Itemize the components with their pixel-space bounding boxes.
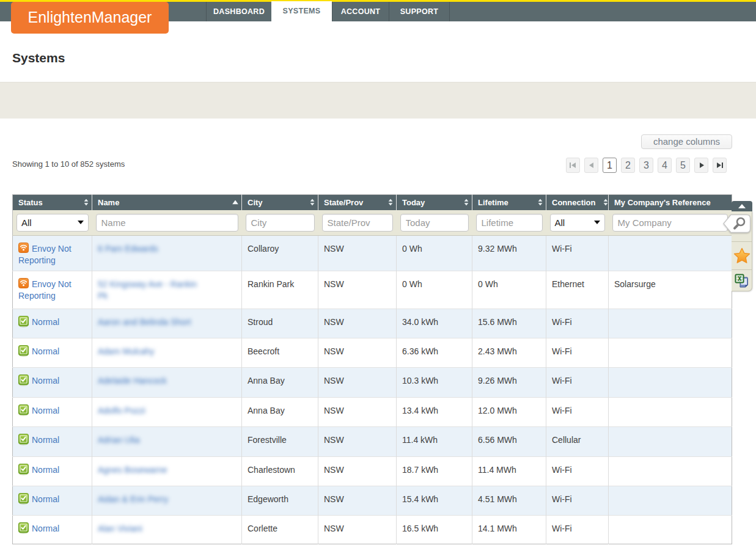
reference-cell [609,338,732,368]
system-name-link[interactable]: Adolfo Pozzi [98,405,145,417]
selected-value: All [555,217,565,228]
page-button-5[interactable]: 5 [676,158,690,173]
reference-filter-input[interactable] [612,214,728,232]
column-header-lifetime[interactable]: Lifetime [472,195,546,210]
name-cell: 52 Kingsway Ave - Rankin Pk [92,271,242,309]
state-cell: NSW [318,368,397,398]
page-button-3[interactable]: 3 [639,158,653,173]
status-cell[interactable]: Normal [13,486,92,516]
today-cell: 11.4 kWh [397,427,472,457]
lifetime-cell: 9.26 MWh [472,368,546,398]
column-label: My Company's Reference [614,198,711,207]
system-row: NormalAdrian UliaForestvilleNSW11.4 kWh6… [13,427,732,457]
city-cell: Rankin Park [242,271,318,309]
system-name-link[interactable]: Adrian Ulia [98,434,139,446]
lifetime-filter-input[interactable] [476,214,543,232]
today-filter-input[interactable] [400,214,469,232]
status-cell[interactable]: Normal [13,457,92,486]
today-cell: 18.7 kWh [397,457,472,486]
reference-cell [609,368,732,398]
status-cell[interactable]: Normal [13,309,92,338]
status-cell[interactable]: Normal [13,427,92,457]
page-button-2[interactable]: 2 [621,158,635,173]
prev-page-button[interactable] [584,158,598,173]
reference-cell [609,427,732,457]
system-name-link[interactable]: Aaron and Belinda Short [98,316,191,328]
system-row: NormalAdam MulcahyBeecroftNSW6.36 kWh2.4… [13,338,732,368]
favorite-button[interactable] [732,241,752,269]
status-cell[interactable]: Envoy Not Reporting [13,271,92,309]
column-header-city[interactable]: City [242,195,318,210]
normal-icon [18,347,29,354]
collapse-up-icon [738,204,746,208]
status-filter-select[interactable]: All [17,214,89,232]
column-header-name[interactable]: Name [92,195,242,210]
status-cell[interactable]: Normal [13,338,92,368]
brand-logo[interactable]: EnlightenManager [11,2,169,34]
city-cell: Beecroft [242,338,318,368]
page-button-4[interactable]: 4 [658,158,672,173]
status-label: Normal [32,346,59,356]
column-header-today[interactable]: Today [397,195,472,210]
today-cell: 10.3 kWh [397,368,472,398]
nav-tab-support[interactable]: SUPPORT [389,2,450,21]
collapse-button[interactable] [732,201,752,211]
column-label: Name [98,198,119,207]
state-cell: NSW [318,338,397,368]
system-name-link[interactable]: 52 Kingsway Ave - Rankin Pk [98,279,197,302]
name-cell: 6 Pam Edwards [92,236,242,271]
table-header-row: StatusNameCityState/ProvTodayLifetimeCon… [13,195,732,210]
reference-cell [609,398,732,427]
system-name-link[interactable]: Adam Mulcahy [98,346,155,357]
column-header-reference[interactable]: My Company's Reference [609,195,732,210]
state-filter-input[interactable] [322,214,393,232]
system-name-link[interactable]: 6 Pam Edwards [98,243,158,255]
column-header-status[interactable]: Status [13,195,92,210]
system-name-link[interactable]: Alan Viviani [98,523,142,535]
status-label: Normal [32,406,59,415]
status-cell[interactable]: Normal [13,516,92,544]
nav-tab-systems[interactable]: SYSTEMS [271,1,332,29]
column-header-connection[interactable]: Connection [546,195,609,210]
system-name-link[interactable]: Aidan & Erin Perry [98,494,168,505]
page-button-1[interactable]: 1 [603,158,617,173]
column-label: State/Prov [324,198,363,207]
reference-cell [609,236,732,271]
next-page-button[interactable] [694,158,708,173]
page: DASHBOARDSYSTEMSACCOUNTSUPPORT Enlighten… [0,0,756,548]
connection-filter-select[interactable]: All [550,214,605,232]
name-filter-input[interactable] [96,214,238,232]
normal-icon [18,466,29,473]
status-cell[interactable]: Envoy Not Reporting [13,236,92,271]
lifetime-cell: 14.1 MWh [472,516,546,544]
search-button[interactable] [722,214,751,234]
column-header-state[interactable]: State/Prov [318,195,397,210]
lifetime-cell: 9.32 MWh [472,236,546,271]
prev-page-icon [589,163,594,168]
column-label: Today [402,198,425,207]
city-cell: Anna Bay [242,368,318,398]
filter-cell-status: All [13,210,92,236]
page-title: Systems [12,51,65,65]
status-label: Normal [32,465,59,475]
status-cell[interactable]: Normal [13,398,92,427]
nav-tab-dashboard[interactable]: DASHBOARD [206,2,271,21]
status-cell[interactable]: Normal [13,368,92,398]
city-cell: Stroud [242,309,318,338]
change-columns-button[interactable]: change columns [641,134,732,149]
results-summary: Showing 1 to 10 of 852 systems [12,159,125,169]
system-name-link[interactable]: Adelaide Hancock [98,375,167,387]
nav-tab-account[interactable]: ACCOUNT [332,2,389,21]
system-name-link[interactable]: Agnes Bosewarne [98,464,167,476]
envoy-not-reporting-icon [18,280,29,287]
state-cell: NSW [318,309,397,338]
export-button[interactable]: X [732,269,752,291]
first-page-button[interactable] [566,158,580,173]
sort-both-icon [538,199,543,206]
last-page-button[interactable] [713,158,727,173]
sort-asc-icon [232,200,238,205]
city-filter-input[interactable] [246,214,315,232]
name-cell: Aidan & Erin Perry [92,486,242,516]
normal-icon [18,495,29,502]
filter-cell-today [397,210,472,236]
